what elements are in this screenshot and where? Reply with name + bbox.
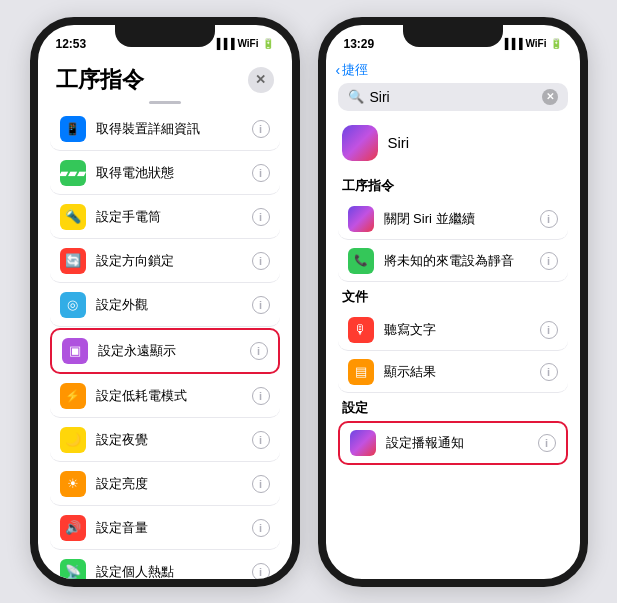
info-icon-get-device[interactable]: i [252, 120, 270, 138]
right-menu-settings: 設定播報通知 i [326, 421, 580, 465]
status-icons-left: ▐▐▐ WiFi 🔋 [213, 38, 273, 49]
label-set-volume: 設定音量 [96, 519, 252, 537]
menu-item-set-hotspot[interactable]: 📡 設定個人熱點 i [50, 551, 280, 579]
icon-set-volume: 🔊 [60, 515, 86, 541]
icon-set-silent: 📞 [348, 248, 374, 274]
search-bar[interactable]: 🔍 Siri ✕ [338, 83, 568, 111]
menu-item-set-appearance[interactable]: ◎ 設定外觀 i [50, 284, 280, 327]
back-nav[interactable]: ‹ 捷徑 [326, 57, 580, 83]
info-icon-set-appearance[interactable]: i [252, 296, 270, 314]
section-header-docs: 文件 [326, 284, 580, 310]
siri-icon [342, 125, 378, 161]
icon-set-low-power: ⚡ [60, 383, 86, 409]
time-left: 12:53 [56, 37, 87, 51]
info-icon-set-volume[interactable]: i [252, 519, 270, 537]
left-screen-content: 工序指令 ✕ 📱 取得裝置詳細資訊 i ▰▰▰ 取得電池狀態 i 🔦 [38, 57, 292, 579]
icon-set-always-on: ▣ [62, 338, 88, 364]
icon-set-flashlight: 🔦 [60, 204, 86, 230]
menu-item-set-orientation[interactable]: 🔄 設定方向鎖定 i [50, 240, 280, 283]
icon-set-orientation: 🔄 [60, 248, 86, 274]
menu-item-dictate[interactable]: 🎙 聽寫文字 i [338, 310, 568, 351]
menu-item-set-broadcast[interactable]: 設定播報通知 i [338, 421, 568, 465]
label-set-always-on: 設定永遠顯示 [98, 342, 250, 360]
notch-right [403, 25, 503, 47]
status-icons-right: ▐▐▐ WiFi 🔋 [501, 38, 561, 49]
left-menu-list: 📱 取得裝置詳細資訊 i ▰▰▰ 取得電池狀態 i 🔦 設定手電筒 i 🔄 設定… [38, 108, 292, 579]
label-set-silent: 將未知的來電設為靜音 [384, 252, 540, 270]
battery-icon: 🔋 [262, 38, 274, 49]
icon-get-battery: ▰▰▰ [60, 160, 86, 186]
right-menu-docs: 🎙 聽寫文字 i ▤ 顯示結果 i [326, 310, 580, 393]
scroll-indicator [38, 101, 292, 104]
menu-item-get-battery[interactable]: ▰▰▰ 取得電池狀態 i [50, 152, 280, 195]
back-chevron-icon: ‹ [336, 62, 341, 78]
menu-item-set-flashlight[interactable]: 🔦 設定手電筒 i [50, 196, 280, 239]
time-right: 13:29 [344, 37, 375, 51]
left-header: 工序指令 ✕ [38, 57, 292, 101]
icon-close-siri [348, 206, 374, 232]
info-icon-close-siri[interactable]: i [540, 210, 558, 228]
info-icon-set-orientation[interactable]: i [252, 252, 270, 270]
siri-result[interactable]: Siri [326, 119, 580, 171]
info-icon-set-night[interactable]: i [252, 431, 270, 449]
icon-set-broadcast [350, 430, 376, 456]
label-get-device: 取得裝置詳細資訊 [96, 120, 252, 138]
info-icon-set-brightness[interactable]: i [252, 475, 270, 493]
icon-dictate: 🎙 [348, 317, 374, 343]
close-button[interactable]: ✕ [248, 67, 274, 93]
section-header-settings: 設定 [326, 395, 580, 421]
icon-set-hotspot: 📡 [60, 559, 86, 579]
label-set-brightness: 設定亮度 [96, 475, 252, 493]
search-icon: 🔍 [348, 89, 364, 105]
menu-item-set-low-power[interactable]: ⚡ 設定低耗電模式 i [50, 375, 280, 418]
label-set-appearance: 設定外觀 [96, 296, 252, 314]
left-title: 工序指令 [56, 65, 144, 95]
section-header-shortcuts: 工序指令 [326, 173, 580, 199]
label-set-night: 設定夜覺 [96, 431, 252, 449]
info-icon-set-broadcast[interactable]: i [538, 434, 556, 452]
label-get-battery: 取得電池狀態 [96, 164, 252, 182]
info-icon-set-always-on[interactable]: i [250, 342, 268, 360]
label-show-result: 顯示結果 [384, 363, 540, 381]
siri-name: Siri [388, 134, 410, 151]
icon-set-appearance: ◎ [60, 292, 86, 318]
icon-get-device: 📱 [60, 116, 86, 142]
menu-item-set-silent[interactable]: 📞 將未知的來電設為靜音 i [338, 241, 568, 282]
info-icon-set-flashlight[interactable]: i [252, 208, 270, 226]
right-menu-shortcuts: 關閉 Siri 並繼續 i 📞 將未知的來電設為靜音 i [326, 199, 580, 282]
wifi-icon: WiFi [237, 38, 258, 49]
label-set-broadcast: 設定播報通知 [386, 434, 538, 452]
info-icon-dictate[interactable]: i [540, 321, 558, 339]
right-screen-content: ‹ 捷徑 🔍 Siri ✕ Siri 工序指令 關閉 Siri 並繼續 i 📞 … [326, 57, 580, 579]
menu-item-set-always-on[interactable]: ▣ 設定永遠顯示 i [50, 328, 280, 374]
notch [115, 25, 215, 47]
battery-icon-right: 🔋 [550, 38, 562, 49]
signal-icon: ▐▐▐ [213, 38, 234, 49]
wifi-icon-right: WiFi [525, 38, 546, 49]
menu-item-set-night[interactable]: 🌙 設定夜覺 i [50, 419, 280, 462]
scroll-bar [149, 101, 181, 104]
left-phone: 12:53 ▐▐▐ WiFi 🔋 工序指令 ✕ 📱 取得裝置詳細資訊 i [30, 17, 300, 587]
label-set-hotspot: 設定個人熱點 [96, 563, 252, 579]
search-input[interactable]: Siri [370, 89, 542, 105]
menu-item-get-device[interactable]: 📱 取得裝置詳細資訊 i [50, 108, 280, 151]
search-clear-button[interactable]: ✕ [542, 89, 558, 105]
icon-set-brightness: ☀ [60, 471, 86, 497]
label-dictate: 聽寫文字 [384, 321, 540, 339]
menu-item-show-result[interactable]: ▤ 顯示結果 i [338, 352, 568, 393]
menu-item-set-volume[interactable]: 🔊 設定音量 i [50, 507, 280, 550]
info-icon-show-result[interactable]: i [540, 363, 558, 381]
info-icon-set-hotspot[interactable]: i [252, 563, 270, 579]
label-set-flashlight: 設定手電筒 [96, 208, 252, 226]
label-set-orientation: 設定方向鎖定 [96, 252, 252, 270]
label-close-siri: 關閉 Siri 並繼續 [384, 210, 540, 228]
info-icon-get-battery[interactable]: i [252, 164, 270, 182]
signal-icon-right: ▐▐▐ [501, 38, 522, 49]
info-icon-set-silent[interactable]: i [540, 252, 558, 270]
info-icon-set-low-power[interactable]: i [252, 387, 270, 405]
icon-show-result: ▤ [348, 359, 374, 385]
menu-item-close-siri[interactable]: 關閉 Siri 並繼續 i [338, 199, 568, 240]
menu-item-set-brightness[interactable]: ☀ 設定亮度 i [50, 463, 280, 506]
label-set-low-power: 設定低耗電模式 [96, 387, 252, 405]
icon-set-night: 🌙 [60, 427, 86, 453]
